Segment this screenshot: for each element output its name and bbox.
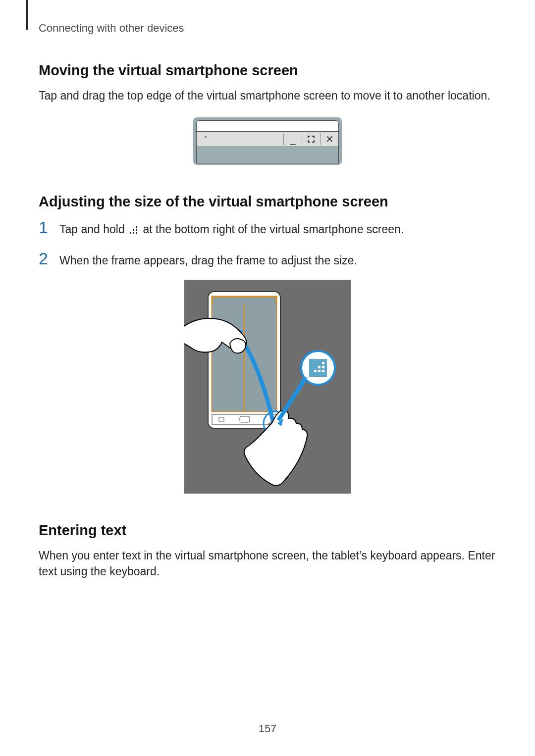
- chevron-down-icon: ˅: [197, 135, 214, 144]
- edge-tab: [26, 0, 28, 30]
- step1-after: at the bottom right of the virtual smart…: [143, 223, 404, 236]
- step-2: 2 When the frame appears, drag the frame…: [39, 250, 496, 269]
- maximize-icon: [302, 134, 320, 145]
- svg-rect-0: [136, 226, 137, 228]
- svg-rect-3: [130, 232, 131, 234]
- heading-entering-text: Entering text: [39, 522, 496, 539]
- para-moving: Tap and drag the top edge of the virtual…: [39, 88, 496, 103]
- resize-handle-icon: [130, 222, 138, 239]
- page-number: 157: [0, 722, 535, 735]
- step-text: When the frame appears, drag the frame t…: [59, 250, 357, 269]
- svg-rect-29: [322, 362, 324, 364]
- step1-before: Tap and hold: [59, 223, 128, 236]
- svg-rect-32: [314, 370, 317, 372]
- gesture-illustration: ˅ _ ⤢ ✕: [184, 280, 351, 494]
- minimize-icon: _: [283, 134, 302, 145]
- heading-adjusting: Adjusting the size of the virtual smartp…: [39, 194, 496, 210]
- step-text: Tap and hold at the bottom right of the …: [59, 219, 404, 239]
- step-number: 2: [39, 250, 51, 267]
- svg-rect-31: [322, 366, 324, 368]
- toolbar-illustration: ˅ _ ✕: [193, 117, 342, 165]
- para-entering-text: When you enter text in the virtual smart…: [39, 548, 496, 579]
- svg-rect-1: [133, 229, 134, 231]
- figure-toolbar: ˅ _ ✕: [39, 117, 496, 165]
- svg-rect-4: [133, 232, 134, 234]
- heading-moving: Moving the virtual smartphone screen: [39, 62, 496, 79]
- maximize-icon-svg: [308, 136, 315, 143]
- figure-gesture: ˅ _ ⤢ ✕: [39, 280, 496, 494]
- page: Connecting with other devices Moving the…: [0, 0, 535, 756]
- svg-rect-2: [136, 229, 137, 231]
- running-head: Connecting with other devices: [39, 22, 496, 35]
- step-1: 1 Tap and hold at the bottom right of th…: [39, 219, 496, 239]
- close-icon: ✕: [320, 133, 338, 145]
- svg-rect-33: [318, 370, 321, 372]
- step-number: 1: [39, 219, 51, 236]
- svg-rect-5: [136, 232, 137, 234]
- svg-rect-34: [322, 370, 324, 372]
- svg-rect-30: [318, 366, 321, 368]
